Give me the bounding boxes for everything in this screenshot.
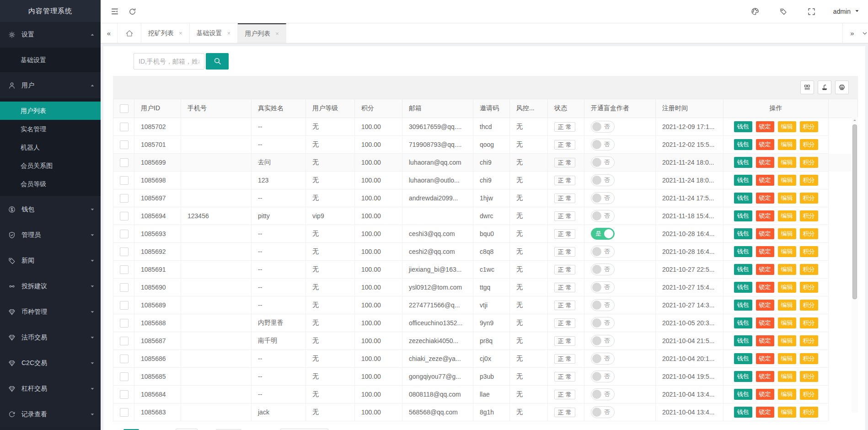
refresh-button[interactable] [123,0,141,23]
close-icon[interactable]: × [275,30,279,37]
lock-action-button[interactable]: 锁定 [756,317,774,328]
wallet-action-button[interactable]: 钱包 [734,353,752,364]
close-icon[interactable]: × [227,30,231,37]
row-checkbox[interactable] [120,176,129,185]
sidebar-item-admins[interactable]: 管理员 [0,222,101,248]
wallet-action-button[interactable]: 钱包 [734,246,752,257]
points-action-button[interactable]: 积分 [800,317,818,328]
blindbox-toggle[interactable]: 否 [591,263,615,275]
lock-action-button[interactable]: 锁定 [756,300,774,311]
sidebar-item-realname-manage[interactable]: 实名管理 [0,120,101,138]
wallet-action-button[interactable]: 钱包 [734,335,752,346]
select-all-checkbox[interactable] [120,104,129,113]
sidebar-item-member-levels[interactable]: 会员等级 [0,175,101,193]
blindbox-toggle[interactable]: 否 [591,281,615,293]
sidebar-item-records[interactable]: 记录查看 [0,402,101,427]
points-action-button[interactable]: 积分 [800,121,818,132]
lock-action-button[interactable]: 锁定 [756,371,774,382]
lock-action-button[interactable]: 锁定 [756,228,774,239]
tab-mining-list[interactable]: 挖矿列表× [141,23,190,43]
row-checkbox[interactable] [120,265,129,274]
wallet-action-button[interactable]: 钱包 [734,121,752,132]
edit-action-button[interactable]: 编辑 [778,335,796,346]
edit-action-button[interactable]: 编辑 [778,407,796,418]
blindbox-toggle[interactable]: 否 [591,299,615,311]
edit-action-button[interactable]: 编辑 [778,193,796,204]
blindbox-toggle[interactable]: 否 [591,174,615,186]
sidebar-item-coin-manage[interactable]: 币种管理 [0,299,101,325]
tab-user-list[interactable]: 用户列表× [238,23,286,43]
tabs-scroll-left-button[interactable]: « [101,23,118,43]
points-action-button[interactable]: 积分 [800,175,818,186]
scrollbar-up-arrow-icon[interactable] [852,117,858,124]
wallet-action-button[interactable]: 钱包 [734,139,752,150]
points-action-button[interactable]: 积分 [800,389,818,400]
blindbox-toggle[interactable]: 否 [591,192,615,204]
points-action-button[interactable]: 积分 [800,246,818,257]
edit-action-button[interactable]: 编辑 [778,157,796,168]
sidebar-item-c2c-trade[interactable]: C2C交易 [0,350,101,376]
wallet-action-button[interactable]: 钱包 [734,264,752,275]
search-button[interactable] [206,53,229,70]
lock-action-button[interactable]: 锁定 [756,193,774,204]
wallet-action-button[interactable]: 钱包 [734,371,752,382]
blindbox-toggle[interactable]: 否 [591,371,615,382]
edit-action-button[interactable]: 编辑 [778,139,796,150]
sidebar-item-basic-settings[interactable]: 基础设置 [0,51,101,69]
columns-filter-button[interactable] [800,81,814,94]
tabs-scroll-right-button[interactable]: » [842,23,862,43]
home-tab-button[interactable] [118,23,141,43]
wallet-action-button[interactable]: 钱包 [734,210,752,221]
blindbox-toggle[interactable]: 否 [591,139,615,150]
vertical-scrollbar[interactable] [852,117,858,413]
wallet-action-button[interactable]: 钱包 [734,317,752,328]
wallet-action-button[interactable]: 钱包 [734,157,752,168]
row-checkbox[interactable] [120,390,129,399]
row-checkbox[interactable] [120,212,129,220]
row-checkbox[interactable] [120,408,129,417]
points-action-button[interactable]: 积分 [800,193,818,204]
lock-action-button[interactable]: 锁定 [756,157,774,168]
tab-basic-settings[interactable]: 基础设置× [190,23,238,43]
blindbox-toggle[interactable]: 否 [591,121,615,133]
wallet-action-button[interactable]: 钱包 [734,300,752,311]
blindbox-toggle[interactable]: 否 [591,335,615,347]
print-button[interactable] [835,81,849,94]
points-action-button[interactable]: 积分 [800,407,818,418]
tag-button[interactable] [775,0,792,23]
lock-action-button[interactable]: 锁定 [756,121,774,132]
points-action-button[interactable]: 积分 [800,353,818,364]
blindbox-toggle[interactable]: 否 [591,388,615,400]
blindbox-toggle[interactable]: 否 [591,317,615,329]
points-action-button[interactable]: 积分 [800,264,818,275]
points-action-button[interactable]: 积分 [800,228,818,239]
points-action-button[interactable]: 积分 [800,371,818,382]
edit-action-button[interactable]: 编辑 [778,264,796,275]
wallet-action-button[interactable]: 钱包 [734,407,752,418]
lock-action-button[interactable]: 锁定 [756,139,774,150]
edit-action-button[interactable]: 编辑 [778,300,796,311]
blindbox-toggle[interactable]: 否 [591,156,615,168]
sidebar-item-settings[interactable]: 设置 [0,22,101,48]
lock-action-button[interactable]: 锁定 [756,210,774,221]
wallet-action-button[interactable]: 钱包 [734,175,752,186]
sidebar-item-news[interactable]: 新闻 [0,248,101,274]
theme-palette-button[interactable] [746,0,764,23]
edit-action-button[interactable]: 编辑 [778,389,796,400]
row-checkbox[interactable] [120,230,129,238]
row-checkbox[interactable] [120,372,129,381]
row-checkbox[interactable] [120,355,129,363]
sidebar-item-wallet[interactable]: 钱包 [0,197,101,222]
lock-action-button[interactable]: 锁定 [756,389,774,400]
sidebar-item-users[interactable]: 用户 [0,73,101,98]
edit-action-button[interactable]: 编辑 [778,317,796,328]
row-checkbox[interactable] [120,283,129,292]
row-checkbox[interactable] [120,301,129,310]
points-action-button[interactable]: 积分 [800,300,818,311]
edit-action-button[interactable]: 编辑 [778,175,796,186]
row-checkbox[interactable] [120,247,129,256]
admin-menu[interactable]: admin [833,8,860,15]
points-action-button[interactable]: 积分 [800,335,818,346]
edit-action-button[interactable]: 编辑 [778,210,796,221]
scrollbar-thumb[interactable] [852,124,857,299]
